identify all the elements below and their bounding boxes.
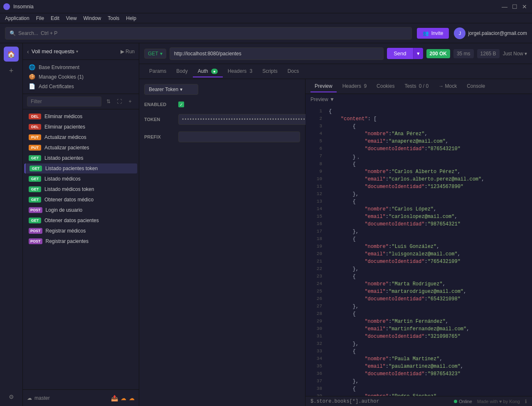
collection-header: ‹ Voll med requests ▾ ▶ Run (23, 43, 139, 60)
tab-scripts[interactable]: Scripts (257, 66, 283, 77)
menu-edit[interactable]: Edit (47, 15, 63, 22)
main-layout: 🏠 + ⚙ ‹ Voll med requests ▾ ▶ Run 🌐 Base… (0, 43, 532, 406)
menu-file[interactable]: File (33, 15, 47, 22)
json-line: 23 { (305, 273, 532, 281)
tab-headers[interactable]: Headers 3 (223, 66, 257, 77)
maximize-button[interactable]: ☐ (510, 2, 519, 11)
response-tab-console[interactable]: Console (463, 81, 489, 92)
json-line: 12 }, (305, 191, 532, 198)
response-tab-preview[interactable]: Preview (310, 81, 337, 92)
info-icon[interactable]: ℹ (525, 399, 527, 404)
menu-window[interactable]: Window (80, 15, 105, 22)
invite-button[interactable]: 👥 Invite (417, 28, 449, 39)
enabled-checkbox[interactable]: ✓ (178, 102, 184, 107)
response-tab-tests[interactable]: Tests 0 / 0 (400, 81, 433, 92)
preferences-button[interactable]: ⚙ (5, 391, 17, 403)
git-icon-3[interactable]: ☁ (129, 395, 135, 401)
request-item[interactable]: POST Registrar médicos (25, 226, 137, 236)
request-item[interactable]: DEL Eliminar pacientes (25, 122, 137, 132)
json-line: 7 }， (305, 153, 532, 161)
close-button[interactable]: ✕ (520, 2, 529, 11)
git-icon-2[interactable]: ☁ (121, 395, 126, 401)
request-item[interactable]: PUT Actualizar médicos (25, 132, 137, 142)
sort-icon[interactable]: ⇅ (104, 97, 113, 106)
online-indicator: Online (454, 399, 472, 404)
request-panel: GET ▾ Send ▾ 200 OK 35 ms 1265 B Just No… (139, 43, 532, 406)
user-info: J jorgel.palacior@gmail.com (454, 27, 527, 39)
invite-label: Invite (431, 30, 443, 36)
minimize-button[interactable]: — (500, 2, 509, 11)
send-button[interactable]: Send (387, 48, 413, 59)
add-certificates-item[interactable]: 📄 Add Certificates (27, 82, 135, 91)
request-name: Listado médicos token (44, 186, 94, 192)
preview-label[interactable]: Preview ▼ (305, 94, 532, 105)
headers-count: 3 (249, 68, 252, 74)
bearer-token-select[interactable]: Bearer Token ▾ (144, 84, 198, 95)
json-line: 3 { (305, 123, 532, 131)
send-dropdown-button[interactable]: ▾ (413, 48, 423, 59)
chevron-down-icon: ▾ (76, 49, 78, 54)
request-item[interactable]: POST Login de usuario (25, 205, 137, 215)
manage-cookies-label: Manage Cookies (1) (39, 74, 84, 80)
tab-auth[interactable]: Auth ● (193, 66, 223, 77)
request-item[interactable]: PUT Actualizar pacientes (25, 143, 137, 153)
get-badge: GET (29, 186, 41, 192)
status-badge: 200 OK (426, 49, 450, 58)
url-input[interactable] (170, 47, 384, 60)
app-icon (3, 3, 10, 10)
response-tab-headers[interactable]: Headers 9 (338, 81, 371, 92)
base-environment-item[interactable]: 🌐 Base Environment (27, 62, 135, 72)
search-bar[interactable]: 🔍 Search... Ctrl + P (5, 27, 412, 40)
json-line: 15 "email": "carloslopez@mail.com", (305, 213, 532, 221)
tab-docs[interactable]: Docs (283, 66, 304, 77)
prefix-input[interactable] (178, 131, 300, 142)
json-line: 37 }, (305, 378, 532, 386)
search-shortcut: Ctrl + P (41, 30, 57, 36)
search-placeholder: Search... (18, 30, 38, 36)
filter-bar: ⇅ ⛶ + (23, 94, 139, 109)
jsonpath-input[interactable] (310, 399, 454, 404)
json-line: 29 "nombre": "Martín Fernández", (305, 318, 532, 326)
request-item[interactable]: POST Registrar pacientes (25, 236, 137, 246)
collection-title[interactable]: Voll med requests ▾ (32, 48, 118, 54)
response-tab-mock[interactable]: → Mock (434, 81, 461, 92)
get-badge: GET (29, 218, 41, 223)
response-tabs: Preview Headers 9 Cookies Tests 0 / 0 → (305, 79, 532, 94)
json-line: 22 }, (305, 266, 532, 273)
window-controls: — ☐ ✕ (500, 2, 529, 11)
json-line: 28 { (305, 311, 532, 318)
menu-application[interactable]: Application (2, 15, 33, 22)
menu-tools[interactable]: Tools (104, 15, 123, 22)
menu-help[interactable]: Help (123, 15, 140, 22)
menu-view[interactable]: View (63, 15, 80, 22)
request-item[interactable]: GET Listado médicos (25, 174, 137, 184)
response-tab-cookies[interactable]: Cookies (372, 81, 399, 92)
json-line: 16 "documentoIdentidad": "987654321" (305, 221, 532, 228)
json-line: 36 "documentoIdentidad": "987654323" (305, 371, 532, 378)
request-item-active[interactable]: GET Listado pacientes token (25, 163, 137, 173)
json-line: 33 { (305, 348, 532, 356)
add-certificates-label: Add Certificates (39, 84, 74, 89)
git-icon-1[interactable]: 📤 (111, 395, 118, 401)
token-field: TOKEN ••••••••••••••••••••••••••••••••••… (144, 114, 300, 125)
tab-body[interactable]: Body (171, 66, 192, 77)
expand-icon[interactable]: ⛶ (115, 97, 124, 106)
chevron-left-icon[interactable]: ‹ (27, 48, 29, 55)
sidebar-home-button[interactable]: 🏠 (4, 47, 19, 62)
run-button[interactable]: ▶ Run (121, 49, 135, 54)
sidebar-add-button[interactable]: + (5, 65, 17, 77)
request-item[interactable]: GET Listado pacientes (25, 153, 137, 163)
request-item[interactable]: GET Obtener datos médico (25, 195, 137, 205)
add-request-icon[interactable]: + (126, 97, 135, 106)
env-section: 🌐 Base Environment 🍪 Manage Cookies (1) … (23, 60, 139, 94)
url-bar: GET ▾ Send ▾ 200 OK 35 ms 1265 B Just No… (139, 43, 532, 64)
tab-params[interactable]: Params (144, 66, 171, 77)
response-headers-count: 9 (364, 83, 367, 89)
method-select[interactable]: GET ▾ (144, 49, 166, 59)
filter-input[interactable] (27, 97, 101, 106)
request-item[interactable]: DEL Eliminar médicos (25, 111, 137, 121)
request-item[interactable]: GET Listado médicos token (25, 184, 137, 194)
titlebar: Insomnia — ☐ ✕ (0, 0, 532, 13)
request-item[interactable]: GET Obtener datos pacientes (25, 215, 137, 225)
manage-cookies-item[interactable]: 🍪 Manage Cookies (1) (27, 72, 135, 82)
